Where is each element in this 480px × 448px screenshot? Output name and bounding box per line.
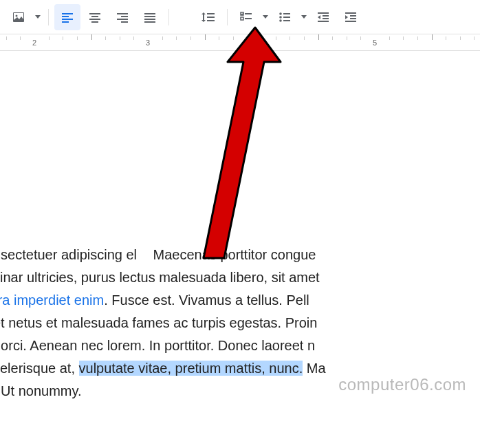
ruler-number: 2 <box>32 39 36 47</box>
svg-rect-24 <box>241 17 243 20</box>
text-selection[interactable]: vulputate vitae, pretium mattis, nunc. <box>79 361 303 376</box>
text-line[interactable]: celerisque at, vulputate vitae, pretium … <box>0 357 480 380</box>
align-justify-icon <box>143 10 157 24</box>
ruler-tick <box>49 36 50 40</box>
ruler-tick <box>77 36 78 40</box>
ruler-tick <box>247 36 248 40</box>
text-line[interactable]: nsectetuer adipiscing el Maecenas portti… <box>0 244 480 266</box>
ruler-scale: 2345 <box>0 34 480 50</box>
ruler-tick <box>233 36 234 40</box>
ruler-tick <box>120 36 120 40</box>
ruler-number: 3 <box>146 39 150 47</box>
ruler-tick <box>133 36 134 40</box>
ruler-tick <box>318 34 319 40</box>
ruler-tick <box>332 36 333 40</box>
ruler-tick <box>460 36 461 40</box>
svg-rect-18 <box>144 21 155 23</box>
svg-rect-14 <box>121 21 128 23</box>
ruler-tick <box>205 34 206 40</box>
bulleted-dropdown-arrow[interactable] <box>299 15 309 19</box>
text-line[interactable]: et netus et malesuada fames ac turpis eg… <box>0 312 480 334</box>
svg-rect-19 <box>207 13 215 14</box>
svg-rect-17 <box>144 19 155 20</box>
ruler-tick <box>105 36 106 40</box>
ruler-tick <box>446 36 446 40</box>
chevron-down-icon <box>35 15 41 19</box>
ruler-tick <box>290 36 290 40</box>
line-spacing-icon <box>201 10 216 24</box>
align-right-icon <box>116 10 129 24</box>
svg-rect-27 <box>283 13 290 14</box>
ruler[interactable]: 2345 <box>0 34 480 51</box>
decrease-indent-icon <box>316 10 330 24</box>
svg-rect-12 <box>121 16 128 17</box>
ruler-tick <box>162 36 163 40</box>
ruler-tick <box>190 36 191 40</box>
line-spacing-button[interactable] <box>195 4 221 30</box>
ruler-tick <box>276 36 276 40</box>
bulleted-list-button[interactable] <box>272 4 298 30</box>
ruler-tick <box>417 36 418 40</box>
svg-rect-32 <box>318 12 329 14</box>
svg-rect-3 <box>62 13 73 14</box>
svg-point-2 <box>16 14 18 17</box>
ruler-tick <box>20 36 21 40</box>
text-line[interactable]: rra imperdiet enim. Fusce est. Vivamus a… <box>0 289 480 312</box>
svg-rect-25 <box>245 18 252 19</box>
checklist-dropdown-arrow[interactable] <box>261 15 270 19</box>
document-text[interactable]: nsectetuer adipiscing el Maecenas portti… <box>0 244 480 403</box>
svg-rect-29 <box>283 17 290 18</box>
ruler-tick <box>219 36 219 40</box>
align-center-icon <box>88 10 102 24</box>
svg-rect-10 <box>91 21 98 23</box>
separator <box>227 9 228 25</box>
text-line[interactable]: . Ut nonummy. <box>0 380 480 403</box>
text-line[interactable]: t orci. Aenean nec lorem. In porttitor. … <box>0 334 480 357</box>
increase-indent-button[interactable] <box>338 4 364 30</box>
svg-rect-37 <box>350 15 356 17</box>
separator <box>48 9 49 25</box>
svg-rect-15 <box>144 13 155 14</box>
svg-rect-11 <box>117 13 128 14</box>
checklist-button[interactable] <box>233 4 259 30</box>
ruler-tick <box>63 36 63 40</box>
svg-rect-31 <box>283 20 290 21</box>
ruler-tick <box>304 36 305 40</box>
image-icon <box>12 10 25 24</box>
decrease-indent-button[interactable] <box>310 4 336 30</box>
insert-image-button[interactable] <box>6 4 32 30</box>
svg-rect-5 <box>62 19 73 20</box>
text-line[interactable]: vinar ultricies, purus lectus malesuada … <box>0 266 480 289</box>
ruler-tick <box>176 36 177 40</box>
toolbar <box>0 0 480 34</box>
svg-point-28 <box>279 16 282 19</box>
align-left-button[interactable] <box>54 4 80 30</box>
ruler-tick <box>347 36 347 40</box>
svg-rect-6 <box>62 21 69 23</box>
ruler-number: 5 <box>373 39 377 47</box>
chevron-down-icon <box>263 15 268 19</box>
ruler-tick <box>360 36 361 40</box>
hyperlink[interactable]: rra imperdiet enim <box>0 292 104 308</box>
increase-indent-icon <box>344 10 358 24</box>
image-dropdown-arrow[interactable] <box>33 15 43 19</box>
align-right-button[interactable] <box>109 4 135 30</box>
svg-rect-16 <box>144 16 155 17</box>
align-center-button[interactable] <box>82 4 108 30</box>
document-area[interactable]: nsectetuer adipiscing el Maecenas portti… <box>0 51 480 403</box>
svg-point-26 <box>279 12 282 15</box>
svg-rect-38 <box>350 18 356 19</box>
svg-rect-7 <box>89 13 100 14</box>
align-justify-button[interactable] <box>137 4 163 30</box>
ruler-tick <box>432 34 433 40</box>
chevron-down-icon <box>301 15 307 19</box>
svg-point-30 <box>279 19 282 22</box>
svg-rect-33 <box>323 15 329 17</box>
svg-rect-39 <box>345 21 356 22</box>
svg-rect-21 <box>207 20 215 21</box>
svg-rect-13 <box>117 19 128 20</box>
svg-rect-34 <box>323 18 329 19</box>
ruler-tick <box>91 34 92 40</box>
ruler-tick <box>389 36 390 40</box>
ruler-tick <box>6 36 7 40</box>
